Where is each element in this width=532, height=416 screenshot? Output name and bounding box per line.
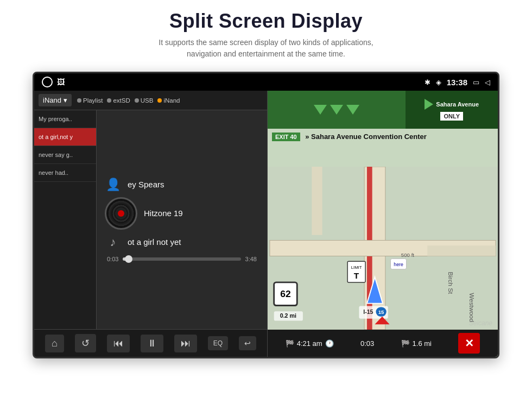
repeat-button[interactable]: ↺: [75, 334, 96, 352]
playlist-item-3[interactable]: never say g..: [34, 146, 96, 164]
source-tab-inand[interactable]: iNand: [157, 97, 180, 104]
svg-text:here: here: [394, 262, 403, 267]
playlist-item-1[interactable]: My preroga..: [34, 110, 96, 128]
music-controls-bar: ⌂ ↺ ⏮ ⏸ ⏭ EQ ↩: [34, 329, 267, 357]
progress-bar[interactable]: [123, 257, 240, 261]
vinyl-center: [118, 210, 124, 217]
nav-remaining-distance: 🏁 1.6 mi: [401, 339, 432, 348]
time-current: 0:03: [107, 256, 118, 262]
tab-dot-extsd: [107, 98, 111, 103]
svg-text:15: 15: [378, 309, 384, 315]
artist-row: 👤 ey Spears: [105, 178, 259, 192]
tab-label-playlist: Playlist: [83, 97, 103, 104]
svg-text:I-15: I-15: [363, 308, 373, 315]
tab-dot-usb: [135, 98, 139, 103]
source-row: iNand ▾ Playlist extSD USB: [34, 91, 267, 110]
tab-label-usb: USB: [141, 97, 154, 104]
source-tabs: Playlist extSD USB iNand: [77, 97, 180, 104]
nav-sign-left: [268, 91, 406, 129]
svg-text:LIMIT: LIMIT: [351, 265, 362, 270]
artist-icon: 👤: [105, 178, 121, 192]
arrow-down-icon-3: [346, 105, 359, 115]
player-area: 👤 ey Spears Hitzone 19 ♪ ot a girl not y…: [97, 110, 267, 329]
turn-right-arrow-icon: [425, 99, 433, 110]
map-visual: Birch St Westwood 62 here LIMIT T: [268, 167, 498, 330]
clock-icon: 🕐: [325, 339, 334, 348]
status-bar: 🖼 ✱ ◈ 13:38 ▭ ◁: [34, 73, 498, 91]
watermark: Seicane: [469, 319, 492, 327]
next-button[interactable]: ⏭: [174, 335, 197, 352]
artist-name: ey Spears: [128, 180, 164, 189]
vinyl-disc-icon: [105, 197, 137, 230]
svg-text:T: T: [354, 271, 359, 280]
exit-sign: EXIT 40 » Sahara Avenue Convention Cente…: [272, 131, 493, 141]
svg-text:Birch St: Birch St: [447, 272, 454, 294]
svg-text:500 ft: 500 ft: [401, 252, 414, 258]
image-icon: 🖼: [57, 78, 65, 86]
home-button[interactable]: ⌂: [45, 335, 64, 352]
tab-label-inand: iNand: [163, 97, 180, 104]
home-button-icon: [42, 77, 53, 87]
page-header: Split Screen Display It supports the sam…: [0, 0, 532, 65]
pause-button[interactable]: ⏸: [141, 335, 163, 352]
map-svg: Birch St Westwood 62 here LIMIT T: [268, 167, 498, 330]
time-total: 3:48: [245, 256, 257, 262]
source-dropdown[interactable]: iNand ▾: [39, 94, 72, 106]
music-content: My preroga.. ot a girl,not y never say g…: [34, 110, 267, 329]
status-right: ✱ ◈ 13:38 ▭ ◁: [425, 78, 490, 87]
nav-panel: Sahara Avenue ONLY EXIT 40 » Sahara Aven…: [268, 91, 498, 357]
nav-map: Sahara Avenue ONLY EXIT 40 » Sahara Aven…: [268, 91, 498, 357]
tab-label-extsd: extSD: [113, 97, 130, 104]
eq-button[interactable]: EQ: [208, 336, 228, 350]
battery-icon: ▭: [473, 78, 479, 86]
exit-number-label: EXIT 40: [272, 133, 300, 141]
arrow-down-icon-2: [330, 105, 343, 115]
prev-button[interactable]: ⏮: [107, 335, 130, 352]
page-subtitle: It supports the same screen display of t…: [0, 37, 532, 60]
location-icon: ◈: [436, 78, 441, 86]
freeway-arrow-2: [330, 105, 343, 115]
playlist: My preroga.. ot a girl,not y never say g…: [34, 110, 97, 329]
source-tab-playlist[interactable]: Playlist: [77, 97, 103, 104]
album-name: Hitzone 19: [144, 209, 183, 218]
nav-close-button[interactable]: ✕: [458, 333, 480, 354]
device-frame: 🖼 ✱ ◈ 13:38 ▭ ◁ iNand ▾ Playlist: [33, 72, 499, 358]
status-time: 13:38: [447, 78, 467, 87]
page-title: Split Screen Display: [0, 10, 532, 33]
flag-end-icon: 🏁: [401, 339, 410, 348]
song-row: ♪ ot a girl not yet: [105, 235, 259, 249]
nav-sign-right: Sahara Avenue ONLY: [406, 91, 498, 129]
freeway-arrow-1: [314, 105, 327, 115]
freeway-arrow-3: [346, 105, 359, 115]
exit-description: » Sahara Avenue Convention Center: [305, 133, 427, 141]
arrow-down-icon-1: [314, 105, 327, 115]
only-badge: ONLY: [440, 112, 463, 121]
split-screen: iNand ▾ Playlist extSD USB: [34, 91, 498, 357]
tab-dot-playlist: [77, 98, 81, 103]
nav-street-label: Sahara Avenue: [436, 101, 479, 108]
track-info: 👤 ey Spears Hitzone 19 ♪ ot a girl not y…: [105, 178, 259, 249]
back-nav-icon: ◁: [485, 78, 490, 86]
progress-thumb[interactable]: [125, 255, 132, 263]
tab-dot-inand: [157, 98, 162, 103]
svg-rect-4: [312, 167, 322, 235]
status-left: 🖼: [42, 77, 65, 87]
flag-start-icon: 🏁: [286, 339, 294, 348]
playlist-item-2[interactable]: ot a girl,not y: [34, 128, 96, 146]
playlist-item-4[interactable]: never had..: [34, 164, 96, 182]
source-tab-extsd[interactable]: extSD: [107, 97, 130, 104]
nav-arrival-time: 🏁 4:21 am 🕐: [286, 339, 334, 348]
song-name: ot a girl not yet: [128, 237, 181, 247]
nav-top-signs: Sahara Avenue ONLY: [268, 91, 498, 129]
progress-section: 0:03 3:48: [105, 256, 259, 262]
source-selected-label: iNand: [43, 96, 61, 104]
svg-text:62: 62: [280, 288, 290, 299]
music-note-icon: ♪: [105, 235, 121, 249]
source-tab-usb[interactable]: USB: [135, 97, 154, 104]
dropdown-arrow-icon: ▾: [64, 96, 67, 104]
music-panel: iNand ▾ Playlist extSD USB: [34, 91, 268, 357]
back-button[interactable]: ↩: [239, 336, 256, 350]
album-row: Hitzone 19: [105, 197, 259, 230]
nav-bottom-bar: 🏁 4:21 am 🕐 0:03 🏁 1.6 mi ✕: [268, 330, 498, 357]
svg-text:Westwood: Westwood: [468, 293, 476, 322]
